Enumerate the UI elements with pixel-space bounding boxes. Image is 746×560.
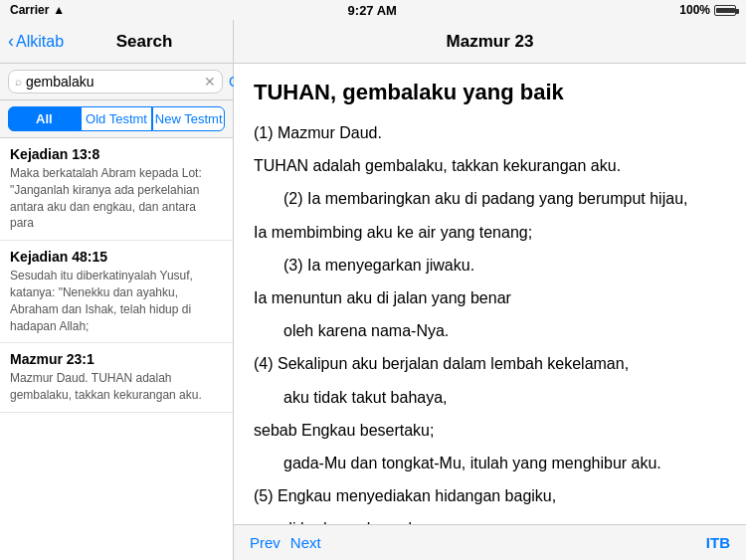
filter-tab-old[interactable]: Old Testmt bbox=[81, 106, 153, 131]
verse-block: (4) Sekalipun aku berjalan dalam lembah … bbox=[254, 350, 726, 377]
verse-block: TUHAN adalah gembalaku, takkan kekuranga… bbox=[254, 152, 726, 179]
verse-line: (5) Engkau menyediakan hidangan bagiku, bbox=[254, 487, 556, 504]
verse-block: sebab Engkau besertaku; bbox=[254, 417, 726, 444]
verse-block: aku tidak takut bahaya, bbox=[254, 384, 726, 411]
next-button[interactable]: Next bbox=[290, 534, 321, 551]
verse-line-indent: (3) Ia menyegarkan jiwaku. bbox=[254, 252, 726, 279]
verse-block: (3) Ia menyegarkan jiwaku. bbox=[254, 252, 726, 279]
verse-line: TUHAN adalah gembalaku, takkan kekuranga… bbox=[254, 157, 621, 174]
list-item[interactable]: Kejadian 13:8 Maka berkatalah Abram kepa… bbox=[0, 138, 233, 241]
search-results: Kejadian 13:8 Maka berkatalah Abram kepa… bbox=[0, 138, 233, 560]
result-ref: Kejadian 13:8 bbox=[10, 146, 223, 162]
verse-line-indent: oleh karena nama-Nya. bbox=[254, 317, 726, 344]
status-right: 100% bbox=[679, 3, 736, 17]
verse-block: (5) Engkau menyediakan hidangan bagiku, bbox=[254, 482, 726, 509]
back-chevron-icon: ‹ bbox=[8, 31, 14, 52]
status-left: Carrier ▲ bbox=[10, 3, 65, 17]
verse-line: sebab Engkau besertaku; bbox=[254, 422, 434, 439]
result-text: Sesudah itu diberkatinyalah Yusuf, katan… bbox=[10, 268, 223, 334]
right-nav-title: Mazmur 23 bbox=[447, 32, 534, 52]
status-time: 9:27 AM bbox=[348, 3, 397, 18]
back-label: Alkitab bbox=[16, 33, 64, 51]
verse-block: gada-Mu dan tongkat-Mu, itulah yang meng… bbox=[254, 450, 726, 476]
result-text: Mazmur Daud. TUHAN adalah gembalaku, tak… bbox=[10, 370, 223, 404]
left-nav: ‹ Alkitab Search bbox=[0, 20, 233, 64]
chapter-title: TUHAN, gembalaku yang baik bbox=[254, 80, 726, 105]
verse-line: (1) Mazmur Daud. bbox=[254, 124, 382, 141]
verse-line-indent: aku tidak takut bahaya, bbox=[254, 384, 726, 411]
result-ref: Mazmur 23:1 bbox=[10, 351, 223, 367]
carrier-label: Carrier bbox=[10, 3, 49, 17]
filter-tab-new[interactable]: New Testmt bbox=[152, 106, 225, 131]
search-input-wrap: ⌕ ✕ bbox=[8, 70, 223, 93]
right-nav: Mazmur 23 bbox=[234, 20, 746, 64]
left-nav-title: Search bbox=[64, 32, 225, 52]
back-button[interactable]: ‹ Alkitab bbox=[8, 31, 64, 52]
right-panel: Mazmur 23 TUHAN, gembalaku yang baik (1)… bbox=[234, 20, 746, 560]
clear-button[interactable]: ✕ bbox=[204, 74, 216, 90]
battery-icon bbox=[714, 5, 736, 16]
nav-prev-next: Prev Next bbox=[250, 534, 321, 551]
verse-line-indent: gada-Mu dan tongkat-Mu, itulah yang meng… bbox=[254, 450, 726, 476]
verse-block: di hadapan lawanku; bbox=[254, 515, 726, 524]
status-bar: Carrier ▲ 9:27 AM 100% bbox=[0, 0, 746, 20]
verse-block: (2) Ia membaringkan aku di padang yang b… bbox=[254, 185, 726, 212]
wifi-icon: ▲ bbox=[53, 3, 65, 17]
verse-line-indent: di hadapan lawanku; bbox=[254, 515, 726, 524]
verse-block: Ia menuntun aku di jalan yang benar bbox=[254, 284, 726, 311]
search-bar: ⌕ ✕ Cancel bbox=[0, 64, 233, 100]
verse-line: Ia menuntun aku di jalan yang benar bbox=[254, 289, 511, 306]
verse-block: (1) Mazmur Daud. bbox=[254, 119, 726, 146]
verse-line: (4) Sekalipun aku berjalan dalam lembah … bbox=[254, 355, 629, 372]
search-input[interactable] bbox=[26, 74, 200, 90]
right-content: TUHAN, gembalaku yang baik (1) Mazmur Da… bbox=[234, 64, 746, 524]
list-item[interactable]: Mazmur 23:1 Mazmur Daud. TUHAN adalah ge… bbox=[0, 343, 233, 413]
list-item[interactable]: Kejadian 48:15 Sesudah itu diberkatinyal… bbox=[0, 241, 233, 343]
filter-tab-all[interactable]: All bbox=[8, 106, 81, 131]
filter-tabs: All Old Testmt New Testmt bbox=[0, 100, 233, 138]
result-ref: Kejadian 48:15 bbox=[10, 249, 223, 265]
battery-percent: 100% bbox=[679, 3, 710, 17]
verse-block: oleh karena nama-Nya. bbox=[254, 317, 726, 344]
verse-line-indent: (2) Ia membaringkan aku di padang yang b… bbox=[254, 185, 726, 212]
bottom-bar: Prev Next ITB bbox=[234, 524, 746, 560]
prev-button[interactable]: Prev bbox=[250, 534, 280, 551]
left-panel: ‹ Alkitab Search ⌕ ✕ Cancel All Old Test… bbox=[0, 20, 234, 560]
verse-line: Ia membimbing aku ke air yang tenang; bbox=[254, 224, 532, 241]
result-text: Maka berkatalah Abram kepada Lot: "Janga… bbox=[10, 165, 223, 232]
main-layout: ‹ Alkitab Search ⌕ ✕ Cancel All Old Test… bbox=[0, 20, 746, 560]
verse-block: Ia membimbing aku ke air yang tenang; bbox=[254, 219, 726, 246]
search-icon: ⌕ bbox=[15, 75, 22, 89]
version-label[interactable]: ITB bbox=[706, 534, 730, 551]
